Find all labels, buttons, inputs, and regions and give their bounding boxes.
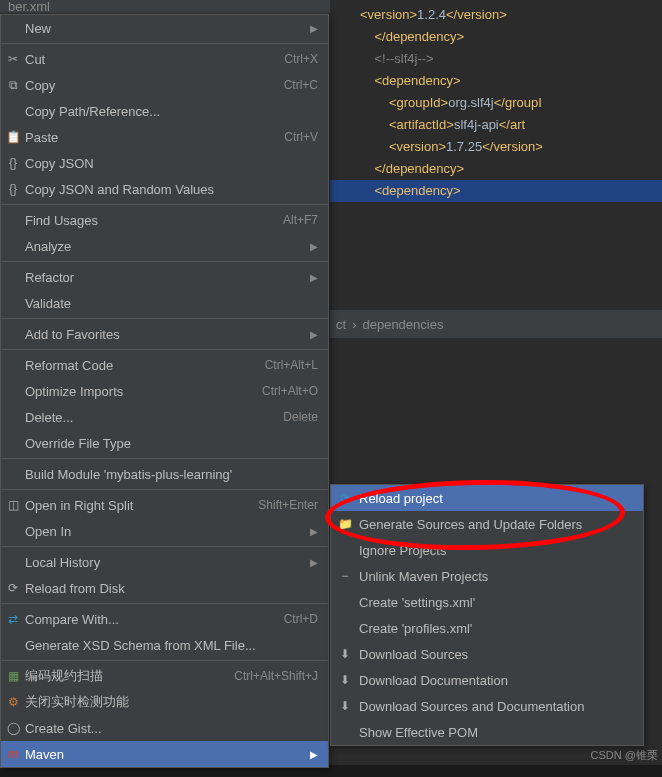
create-profiles-menu[interactable]: Create 'profiles.xml' bbox=[331, 615, 643, 641]
reload-disk-menu[interactable]: ⟳Reload from Disk bbox=[1, 575, 328, 601]
crumb-deps[interactable]: dependencies bbox=[362, 317, 443, 332]
gen-xsd-menu[interactable]: Generate XSD Schema from XML File... bbox=[1, 632, 328, 658]
compare-icon: ⇄ bbox=[5, 612, 21, 626]
code-scan-menu[interactable]: ▦编码规约扫描Ctrl+Alt+Shift+J bbox=[1, 663, 328, 689]
open-split-menu[interactable]: ◫Open in Right SplitShift+Enter bbox=[1, 492, 328, 518]
unlink-maven-menu[interactable]: −Unlink Maven Projects bbox=[331, 563, 643, 589]
minus-icon: − bbox=[337, 569, 353, 583]
maven-submenu: ⟳Reload project 📁Generate Sources and Up… bbox=[330, 484, 644, 746]
download-both-menu[interactable]: ⬇Download Sources and Documentation bbox=[331, 693, 643, 719]
github-icon: ◯ bbox=[5, 721, 21, 735]
find-usages-menu[interactable]: Find UsagesAlt+F7 bbox=[1, 207, 328, 233]
refactor-menu[interactable]: Refactor▶ bbox=[1, 264, 328, 290]
folder-icon: 📁 bbox=[337, 517, 353, 531]
ignore-projects-menu[interactable]: Ignore Projects bbox=[331, 537, 643, 563]
add-favorites-menu[interactable]: Add to Favorites▶ bbox=[1, 321, 328, 347]
reload-icon: ⟳ bbox=[337, 491, 353, 505]
braces-icon: {} bbox=[5, 182, 21, 196]
download-src-menu[interactable]: ⬇Download Sources bbox=[331, 641, 643, 667]
local-history-menu[interactable]: Local History▶ bbox=[1, 549, 328, 575]
maven-icon: m bbox=[5, 747, 21, 761]
create-settings-menu[interactable]: Create 'settings.xml' bbox=[331, 589, 643, 615]
validate-menu[interactable]: Validate bbox=[1, 290, 328, 316]
chevron-right-icon: ▶ bbox=[310, 272, 318, 283]
show-pom-menu[interactable]: Show Effective POM bbox=[331, 719, 643, 745]
download-doc-menu[interactable]: ⬇Download Documentation bbox=[331, 667, 643, 693]
clipboard-icon: 📋 bbox=[5, 130, 21, 144]
gen-sources-menu[interactable]: 📁Generate Sources and Update Folders bbox=[331, 511, 643, 537]
new-menu[interactable]: New▶ bbox=[1, 15, 328, 41]
chevron-right-icon: ▶ bbox=[310, 23, 318, 34]
compare-menu[interactable]: ⇄Compare With...Ctrl+D bbox=[1, 606, 328, 632]
scissors-icon: ✂ bbox=[5, 52, 21, 66]
chevron-right-icon: › bbox=[352, 317, 356, 332]
chevron-right-icon: ▶ bbox=[310, 557, 318, 568]
cut-menu[interactable]: ✂CutCtrl+X bbox=[1, 46, 328, 72]
crumb-ct[interactable]: ct bbox=[336, 317, 346, 332]
chevron-right-icon: ▶ bbox=[310, 329, 318, 340]
optimize-menu[interactable]: Optimize ImportsCtrl+Alt+O bbox=[1, 378, 328, 404]
download-icon: ⬇ bbox=[337, 647, 353, 661]
maven-menu[interactable]: mMaven▶ bbox=[1, 741, 328, 767]
split-icon: ◫ bbox=[5, 498, 21, 512]
download-icon: ⬇ bbox=[337, 699, 353, 713]
tab-filename[interactable]: ber.xml bbox=[4, 0, 54, 14]
download-icon: ⬇ bbox=[337, 673, 353, 687]
ali-icon: ▦ bbox=[5, 669, 21, 683]
watermark: CSDN @锥栗 bbox=[591, 748, 658, 763]
close-rt-menu[interactable]: ⚙关闭实时检测功能 bbox=[1, 689, 328, 715]
copy-menu[interactable]: ⧉CopyCtrl+C bbox=[1, 72, 328, 98]
copy-json-rand-menu[interactable]: {}Copy JSON and Random Values bbox=[1, 176, 328, 202]
reload-icon: ⟳ bbox=[5, 581, 21, 595]
gear-icon: ⚙ bbox=[5, 695, 21, 709]
reformat-menu[interactable]: Reformat CodeCtrl+Alt+L bbox=[1, 352, 328, 378]
braces-icon: {} bbox=[5, 156, 21, 170]
create-gist-menu[interactable]: ◯Create Gist... bbox=[1, 715, 328, 741]
copy-json-menu[interactable]: {}Copy JSON bbox=[1, 150, 328, 176]
copy-icon: ⧉ bbox=[5, 78, 21, 92]
breadcrumb[interactable]: ct › dependencies bbox=[330, 310, 662, 338]
context-menu: New▶ ✂CutCtrl+X ⧉CopyCtrl+C Copy Path/Re… bbox=[0, 14, 329, 768]
analyze-menu[interactable]: Analyze▶ bbox=[1, 233, 328, 259]
chevron-right-icon: ▶ bbox=[310, 241, 318, 252]
build-module-menu[interactable]: Build Module 'mybatis-plus-learning' bbox=[1, 461, 328, 487]
override-ft-menu[interactable]: Override File Type bbox=[1, 430, 328, 456]
open-in-menu[interactable]: Open In▶ bbox=[1, 518, 328, 544]
copy-path-menu[interactable]: Copy Path/Reference... bbox=[1, 98, 328, 124]
paste-menu[interactable]: 📋PasteCtrl+V bbox=[1, 124, 328, 150]
chevron-right-icon: ▶ bbox=[310, 526, 318, 537]
code-editor[interactable]: <version>1.2.4</version> </dependency> <… bbox=[330, 0, 662, 310]
reload-project-menu[interactable]: ⟳Reload project bbox=[331, 485, 643, 511]
delete-menu[interactable]: Delete...Delete bbox=[1, 404, 328, 430]
chevron-right-icon: ▶ bbox=[310, 749, 318, 760]
